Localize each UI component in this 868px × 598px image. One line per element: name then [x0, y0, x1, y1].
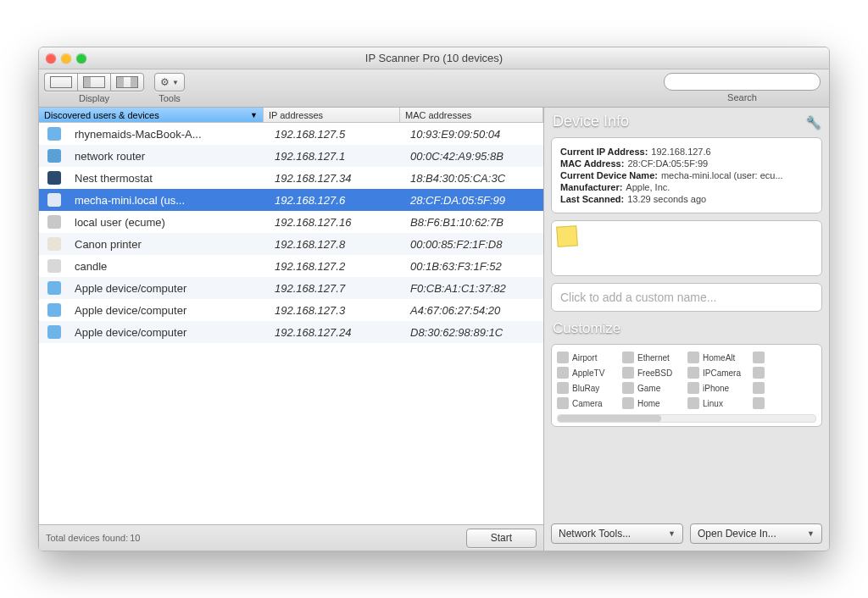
device-icon — [47, 325, 61, 339]
chevron-down-icon: ▼ — [668, 529, 676, 538]
table-row[interactable]: network router192.168.127.100:0C:42:A9:9… — [39, 145, 543, 167]
open-device-in-button[interactable]: Open Device In...▼ — [690, 523, 822, 544]
customize-item[interactable] — [753, 352, 816, 363]
column-header-devices[interactable]: Discovered users & devices ▼ — [39, 108, 264, 122]
chevron-down-icon: ▼ — [807, 529, 815, 538]
device-ip: 192.168.127.24 — [270, 326, 405, 339]
display-label: Display — [79, 93, 109, 103]
layout-full-icon — [50, 76, 72, 88]
device-name: local user (ecume) — [70, 216, 270, 229]
device-mac: 00:0C:42:A9:95:8B — [405, 150, 543, 163]
customize-item[interactable]: Airport — [557, 352, 620, 363]
table-row[interactable]: Apple device/computer192.168.127.24D8:30… — [39, 321, 543, 343]
layout-left-icon — [83, 76, 105, 88]
device-icon — [47, 281, 61, 295]
column-header-ips[interactable]: IP addresses — [264, 108, 400, 122]
search-label: Search — [727, 92, 757, 102]
gear-icon: ⚙ — [160, 76, 170, 88]
display-segmented-control[interactable] — [44, 73, 144, 91]
device-ip: 192.168.127.5 — [270, 128, 405, 141]
customize-item[interactable]: IPCamera — [687, 367, 751, 379]
customize-item[interactable]: Home — [622, 397, 686, 409]
customize-item-label: AppleTV — [572, 368, 604, 378]
device-name: Canon printer — [70, 238, 270, 251]
column-header-macs[interactable]: MAC addresses — [400, 108, 543, 122]
custom-name-input[interactable]: Click to add a custom name... — [551, 283, 822, 312]
table-row[interactable]: Nest thermostat192.168.127.3418:B4:30:05… — [39, 167, 543, 189]
customize-item-icon — [622, 352, 634, 363]
customize-item[interactable] — [753, 367, 816, 379]
total-label: Total devices found: — [46, 533, 128, 543]
wrench-icon[interactable]: 🔧 — [806, 115, 821, 129]
customize-item-label: BluRay — [572, 384, 599, 393]
customize-item-icon — [622, 382, 634, 394]
device-name: Apple device/computer — [70, 282, 270, 295]
app-window: IP Scanner Pro (10 devices) Display ⚙ ▼ … — [38, 47, 830, 551]
table-row[interactable]: Canon printer192.168.127.800:00:85:F2:1F… — [39, 233, 543, 255]
table-row[interactable]: Apple device/computer192.168.127.3A4:67:… — [39, 299, 543, 321]
device-name: candle — [70, 260, 270, 273]
tools-menu-button[interactable]: ⚙ ▼ — [154, 73, 185, 91]
customize-item[interactable]: iPhone — [687, 382, 751, 394]
customize-item[interactable]: Game — [622, 382, 686, 394]
device-icon — [47, 303, 61, 317]
customize-item[interactable]: Ethernet — [622, 352, 686, 363]
device-info-heading: Device Info — [553, 113, 629, 130]
device-name: network router — [70, 150, 270, 163]
table-footer: Total devices found: 10 Start — [39, 524, 543, 551]
customize-item-icon — [557, 382, 569, 394]
customize-item-icon — [687, 382, 699, 394]
info-scan: 13.29 seconds ago — [627, 194, 706, 204]
customize-item-icon — [687, 352, 699, 363]
device-info-card: Current IP Address:192.168.127.6 MAC Add… — [551, 137, 822, 213]
customize-item-label: Airport — [572, 353, 597, 363]
customize-item[interactable]: BluRay — [557, 382, 620, 394]
customize-item-label: iPhone — [703, 384, 729, 393]
device-icon — [47, 237, 61, 251]
side-panel: Device Info 🔧 Current IP Address:192.168… — [544, 108, 829, 551]
customize-item[interactable] — [753, 382, 816, 394]
notes-card[interactable] — [551, 220, 822, 276]
customize-item-label: IPCamera — [703, 368, 741, 378]
sort-indicator-icon: ▼ — [250, 111, 258, 119]
device-mac: D8:30:62:98:89:1C — [405, 326, 543, 339]
table-row[interactable]: local user (ecume)192.168.127.16B8:F6:B1… — [39, 211, 543, 233]
customize-item-label: HomeAlt — [703, 353, 735, 363]
customize-card: AirportEthernetHomeAltAppleTVFreeBSDIPCa… — [551, 344, 822, 427]
customize-item-icon — [753, 397, 765, 409]
customize-item-icon — [687, 397, 699, 409]
customize-item-icon — [622, 397, 634, 409]
customize-item-icon — [622, 367, 634, 379]
customize-item-label: Home — [637, 399, 660, 408]
customize-item[interactable]: Camera — [557, 397, 620, 409]
chevron-down-icon: ▼ — [172, 79, 179, 86]
customize-scrollbar[interactable] — [557, 414, 816, 423]
customize-item-icon — [753, 352, 765, 363]
table-row[interactable]: rhynemaids-MacBook-A...192.168.127.510:9… — [39, 123, 543, 145]
device-ip: 192.168.127.8 — [270, 238, 405, 251]
device-name: rhynemaids-MacBook-A... — [70, 128, 270, 141]
customize-item-icon — [557, 367, 569, 379]
search-input[interactable] — [664, 73, 821, 91]
info-ip: 192.168.127.6 — [651, 147, 710, 157]
customize-item[interactable] — [753, 397, 816, 409]
table-row[interactable]: candle192.168.127.200:1B:63:F3:1F:52 — [39, 255, 543, 277]
device-icon — [47, 171, 61, 185]
device-name: Apple device/computer — [70, 326, 270, 339]
window-title: IP Scanner Pro (10 devices) — [39, 52, 829, 64]
customize-item-label: Camera — [572, 399, 603, 408]
table-row[interactable]: Apple device/computer192.168.127.7F0:CB:… — [39, 277, 543, 299]
device-table: Discovered users & devices ▼ IP addresse… — [39, 108, 544, 551]
sticky-note-icon — [556, 225, 578, 247]
table-row[interactable]: mecha-mini.local (us...192.168.127.628:C… — [39, 189, 543, 211]
customize-item[interactable]: AppleTV — [557, 367, 620, 379]
device-mac: A4:67:06:27:54:20 — [405, 304, 543, 317]
customize-item[interactable]: HomeAlt — [687, 352, 751, 363]
device-icon — [47, 215, 61, 229]
customize-item[interactable]: FreeBSD — [622, 367, 686, 379]
device-ip: 192.168.127.1 — [270, 150, 405, 163]
start-button[interactable]: Start — [466, 529, 537, 548]
customize-item[interactable]: Linux — [687, 397, 751, 409]
device-mac: 10:93:E9:09:50:04 — [405, 128, 543, 141]
network-tools-button[interactable]: Network Tools...▼ — [551, 523, 683, 544]
